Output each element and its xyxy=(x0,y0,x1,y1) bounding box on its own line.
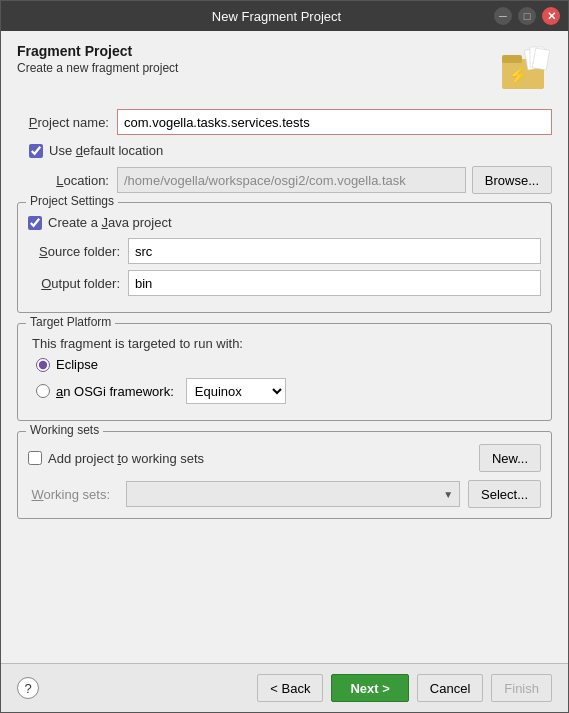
create-java-project-checkbox[interactable] xyxy=(28,216,42,230)
help-button[interactable]: ? xyxy=(17,677,39,699)
working-sets-input-row: Working sets: ▼ Select... xyxy=(28,480,541,508)
add-to-working-sets-label: Add project to working sets xyxy=(48,451,204,466)
dropdown-arrow-icon: ▼ xyxy=(443,489,453,500)
footer-buttons: < Back Next > Cancel Finish xyxy=(257,674,552,702)
working-sets-inner: Add project to working sets New... Worki… xyxy=(28,444,541,508)
source-folder-input[interactable] xyxy=(128,238,541,264)
page-title: Fragment Project xyxy=(17,43,178,59)
project-settings-inner: Create a Java project Source folder: Out… xyxy=(28,215,541,296)
window: New Fragment Project ─ □ ✕ Fragment Proj… xyxy=(0,0,569,713)
minimize-button[interactable]: ─ xyxy=(494,7,512,25)
target-platform-desc: This fragment is targeted to run with: xyxy=(28,336,541,351)
select-working-set-button[interactable]: Select... xyxy=(468,480,541,508)
working-sets-title: Working sets xyxy=(26,423,103,437)
project-name-input[interactable] xyxy=(117,109,552,135)
location-label: Location: xyxy=(17,173,117,188)
output-folder-row: Output folder: xyxy=(28,270,541,296)
osgi-radio-label: an OSGi framework: xyxy=(56,384,174,399)
project-settings-section: Project Settings Create a Java project S… xyxy=(17,202,552,313)
next-button[interactable]: Next > xyxy=(331,674,408,702)
page-subtitle: Create a new fragment project xyxy=(17,61,178,75)
project-icon-svg: ⚡ xyxy=(498,43,552,97)
osgi-radio[interactable] xyxy=(36,384,50,398)
finish-button[interactable]: Finish xyxy=(491,674,552,702)
target-platform-section: Target Platform This fragment is targete… xyxy=(17,323,552,421)
source-folder-label: Source folder: xyxy=(28,244,128,259)
window-controls: ─ □ ✕ xyxy=(494,7,560,25)
use-default-location-checkbox[interactable] xyxy=(29,144,43,158)
project-name-label: Project name: xyxy=(17,115,117,130)
titlebar: New Fragment Project ─ □ ✕ xyxy=(1,1,568,31)
target-platform-title: Target Platform xyxy=(26,315,115,329)
output-folder-label: Output folder: xyxy=(28,276,128,291)
osgi-radio-row: an OSGi framework: Equinox Felix Knopfle… xyxy=(28,378,541,404)
content-area: Fragment Project Create a new fragment p… xyxy=(1,31,568,663)
header-text: Fragment Project Create a new fragment p… xyxy=(17,43,178,75)
output-folder-input[interactable] xyxy=(128,270,541,296)
browse-button[interactable]: Browse... xyxy=(472,166,552,194)
add-to-working-sets-checkbox[interactable] xyxy=(28,451,42,465)
maximize-button[interactable]: □ xyxy=(518,7,536,25)
eclipse-radio-label: Eclipse xyxy=(56,357,98,372)
project-name-row: Project name: xyxy=(17,109,552,135)
cancel-button[interactable]: Cancel xyxy=(417,674,483,702)
header-row: Fragment Project Create a new fragment p… xyxy=(17,43,552,97)
close-button[interactable]: ✕ xyxy=(542,7,560,25)
working-sets-dropdown[interactable]: ▼ xyxy=(126,481,460,507)
source-folder-row: Source folder: xyxy=(28,238,541,264)
target-platform-inner: This fragment is targeted to run with: E… xyxy=(28,336,541,404)
fragment-project-icon: ⚡ xyxy=(498,43,552,97)
new-working-set-button[interactable]: New... xyxy=(479,444,541,472)
eclipse-radio-row: Eclipse xyxy=(28,357,541,372)
working-sets-section: Working sets Add project to working sets… xyxy=(17,431,552,519)
svg-text:⚡: ⚡ xyxy=(508,66,528,85)
add-to-working-sets-row: Add project to working sets xyxy=(28,451,204,466)
create-java-project-label: Create a Java project xyxy=(48,215,172,230)
osgi-framework-dropdown[interactable]: Equinox Felix Knopflerfish xyxy=(186,378,286,404)
create-java-project-row: Create a Java project xyxy=(28,215,541,230)
project-settings-title: Project Settings xyxy=(26,194,118,208)
back-button[interactable]: < Back xyxy=(257,674,323,702)
working-sets-label: Working sets: xyxy=(28,487,118,502)
use-default-location-label: Use default location xyxy=(49,143,163,158)
footer: ? < Back Next > Cancel Finish xyxy=(1,663,568,712)
use-default-location-row: Use default location xyxy=(17,143,552,158)
location-row: Location: /home/vogella/workspace/osgi2/… xyxy=(17,166,552,194)
location-input: /home/vogella/workspace/osgi2/com.vogell… xyxy=(117,167,466,193)
eclipse-radio[interactable] xyxy=(36,358,50,372)
svg-rect-1 xyxy=(502,55,522,63)
window-title: New Fragment Project xyxy=(59,9,494,24)
